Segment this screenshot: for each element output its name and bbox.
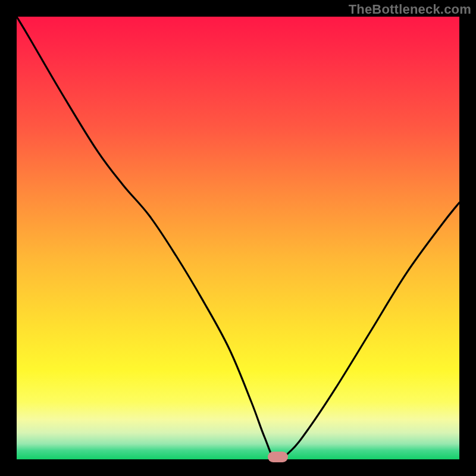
watermark-text: TheBottleneck.com: [349, 2, 471, 17]
chart-frame: TheBottleneck.com: [0, 0, 476, 476]
bottleneck-curve: [17, 17, 459, 459]
plot-area: [17, 17, 459, 459]
optimal-marker: [268, 452, 288, 462]
